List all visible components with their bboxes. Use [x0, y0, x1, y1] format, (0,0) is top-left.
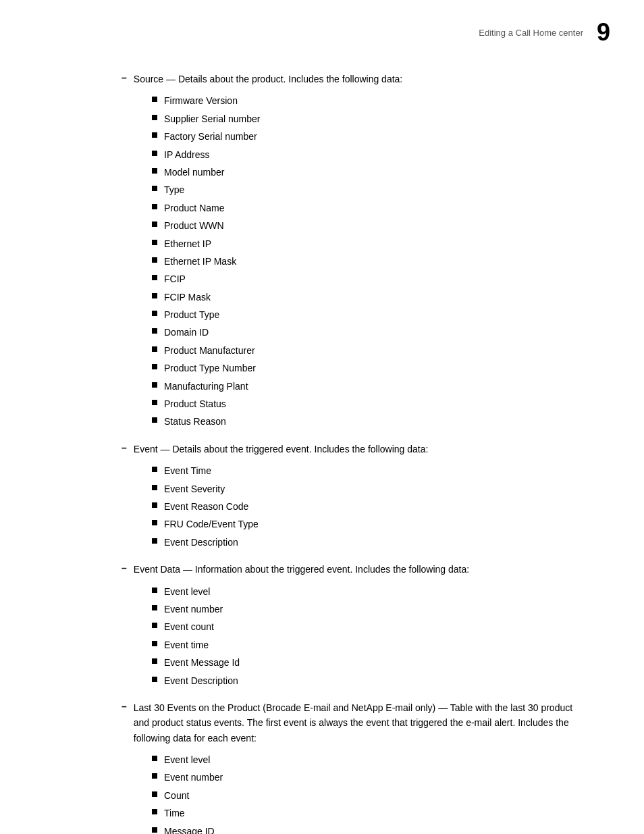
- list-item: Factory Serial number: [152, 129, 576, 144]
- list-item-text: FRU Code/Event Type: [164, 517, 259, 531]
- list-item: FRU Code/Event Type: [152, 517, 576, 531]
- list-item: Time: [152, 806, 576, 820]
- list-item: Domain ID: [152, 325, 576, 340]
- list-item-text: Event count: [164, 619, 214, 634]
- list-item: Event Time: [152, 463, 576, 478]
- bullet-icon: [152, 417, 157, 423]
- list-item: Manufacturing Plant: [152, 379, 576, 394]
- section-source: –Source — Details about the product. Inc…: [122, 72, 576, 429]
- list-item-text: Event Time: [164, 463, 211, 478]
- list-item-text: Ethernet IP Mask: [164, 254, 236, 269]
- dash-event-data: –: [122, 563, 127, 573]
- section-event: –Event — Details about the triggered eve…: [122, 442, 576, 550]
- list-item-text: FCIP Mask: [164, 290, 211, 305]
- list-item: Event Severity: [152, 481, 576, 496]
- list-item-text: Product Status: [164, 396, 226, 411]
- list-item: Ethernet IP: [152, 236, 576, 251]
- list-item-text: Event level: [164, 752, 210, 767]
- list-item-text: Event Reason Code: [164, 499, 248, 514]
- list-item-text: Event Description: [164, 535, 238, 550]
- list-item-text: Event number: [164, 602, 223, 617]
- list-item: Product WWN: [152, 218, 576, 233]
- list-item: Event Reason Code: [152, 499, 576, 514]
- list-item-text: Product Manufacturer: [164, 343, 255, 358]
- bullet-icon: [152, 658, 157, 664]
- bullet-icon: [152, 151, 157, 156]
- list-item-text: Product WWN: [164, 218, 224, 233]
- dash-event: –: [122, 442, 127, 453]
- list-item-text: Domain ID: [164, 325, 209, 340]
- header-title: Editing a Call Home center: [479, 28, 583, 38]
- list-item: FCIP Mask: [152, 290, 576, 305]
- bullet-icon: [152, 623, 157, 628]
- bullet-icon: [152, 605, 157, 610]
- list-item: Product Type Number: [152, 361, 576, 375]
- bullet-icon: [152, 186, 157, 191]
- bullet-icon: [152, 240, 157, 245]
- bullet-icon: [152, 791, 157, 797]
- bullet-icon: [152, 97, 157, 102]
- list-item-text: Event level: [164, 584, 210, 599]
- bullet-icon: [152, 328, 157, 334]
- bullet-icon: [152, 311, 157, 316]
- list-item: Product Status: [152, 396, 576, 411]
- section-source-intro: Source — Details about the product. Incl…: [134, 72, 402, 86]
- list-item-text: Event number: [164, 770, 223, 785]
- bullet-icon: [152, 467, 157, 472]
- section-source-list: Firmware VersionSupplier Serial numberFa…: [152, 93, 576, 429]
- list-item-text: Event Severity: [164, 481, 225, 496]
- list-item: Event number: [152, 770, 576, 785]
- section-last-30: –Last 30 Events on the Product (Brocade …: [122, 700, 576, 834]
- list-item: Event level: [152, 752, 576, 767]
- section-event-data-intro: Event Data — Information about the trigg…: [134, 562, 469, 577]
- page-header: Editing a Call Home center 9: [0, 0, 644, 58]
- list-item: Product Manufacturer: [152, 343, 576, 358]
- section-last-30-header: –Last 30 Events on the Product (Brocade …: [122, 700, 576, 746]
- bullet-icon: [152, 400, 157, 405]
- bullet-icon: [152, 588, 157, 593]
- list-item: Event Description: [152, 673, 576, 688]
- list-item-text: Message ID: [164, 824, 215, 834]
- list-item: Status Reason: [152, 414, 576, 429]
- list-item-text: Status Reason: [164, 414, 226, 429]
- bullet-icon: [152, 827, 157, 833]
- list-item: Event Description: [152, 535, 576, 550]
- list-item-text: Product Type: [164, 307, 219, 322]
- section-last-30-intro: Last 30 Events on the Product (Brocade E…: [134, 700, 576, 746]
- dash-last-30: –: [122, 701, 127, 712]
- bullet-icon: [152, 293, 157, 298]
- list-item-text: Factory Serial number: [164, 129, 257, 144]
- section-event-data: –Event Data — Information about the trig…: [122, 562, 576, 688]
- list-item: Count: [152, 788, 576, 803]
- list-item: Model number: [152, 165, 576, 180]
- list-item: Event level: [152, 584, 576, 599]
- dash-source: –: [122, 72, 127, 83]
- bullet-icon: [152, 346, 157, 352]
- list-item-text: Event time: [164, 637, 209, 652]
- list-item: Product Type: [152, 307, 576, 322]
- list-item: Ethernet IP Mask: [152, 254, 576, 269]
- list-item-text: Type: [164, 182, 184, 197]
- list-item-text: Model number: [164, 165, 225, 180]
- bullet-icon: [152, 485, 157, 490]
- bullet-icon: [152, 115, 157, 120]
- bullet-icon: [152, 677, 157, 682]
- page-number: 9: [597, 20, 610, 45]
- list-item-text: Count: [164, 788, 189, 803]
- bullet-icon: [152, 364, 157, 369]
- list-item: IP Address: [152, 147, 576, 162]
- list-item-text: IP Address: [164, 147, 209, 162]
- list-item-text: Event Description: [164, 673, 238, 688]
- list-item: Event number: [152, 602, 576, 617]
- bullet-icon: [152, 221, 157, 227]
- section-event-header: –Event — Details about the triggered eve…: [122, 442, 576, 457]
- list-item-text: Product Type Number: [164, 361, 256, 375]
- list-item-text: Manufacturing Plant: [164, 379, 248, 394]
- section-event-intro: Event — Details about the triggered even…: [134, 442, 429, 457]
- bullet-icon: [152, 809, 157, 814]
- bullet-icon: [152, 132, 157, 138]
- section-event-list: Event TimeEvent SeverityEvent Reason Cod…: [152, 463, 576, 550]
- bullet-icon: [152, 168, 157, 174]
- list-item: Product Name: [152, 201, 576, 215]
- section-event-data-header: –Event Data — Information about the trig…: [122, 562, 576, 577]
